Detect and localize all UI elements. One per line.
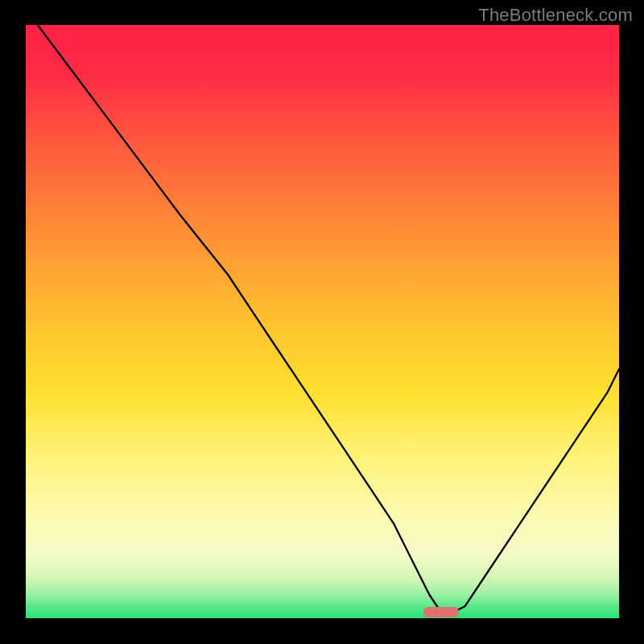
watermark: TheBottleneck.com bbox=[478, 5, 633, 26]
chart-area bbox=[26, 25, 619, 618]
bottleneck-curve bbox=[26, 25, 619, 618]
optimal-badge bbox=[423, 607, 459, 617]
